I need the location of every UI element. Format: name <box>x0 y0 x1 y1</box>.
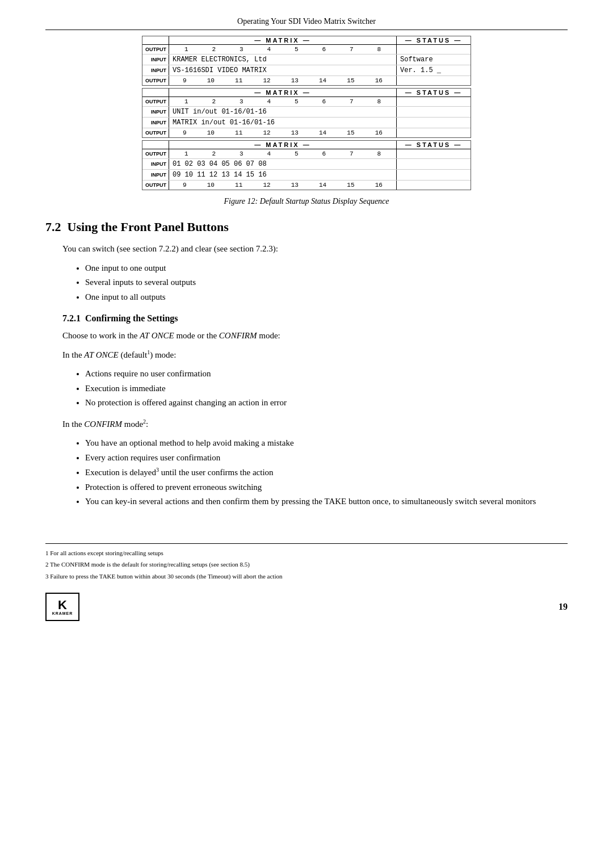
bullet-no-user-confirmation: Actions require no user confirmation <box>85 367 568 381</box>
panel3-input2-data: 09 10 11 12 13 14 15 16 <box>169 170 397 180</box>
p3-label-input1: INPUT <box>142 159 169 169</box>
panel1-matrix-label: — MATRIX — <box>169 36 397 44</box>
bullet-optional-method: You have an optional method to help avoi… <box>85 436 568 451</box>
panel1-row-input1: INPUT KRAMER ELECTRONICS, Ltd Software <box>142 54 471 65</box>
footer-divider: 1 For all actions except storing/recalli… <box>45 543 568 582</box>
panel1-status-label: — STATUS — <box>397 36 471 44</box>
panel2-input2-data: MATRIX in/out 01-16/01-16 <box>169 118 397 128</box>
at-once-bullets: Actions require no user confirmation Exe… <box>85 367 568 410</box>
panel2-status-top <box>397 97 471 106</box>
panel2-output-bot-nums: 910111213141516 <box>169 128 397 137</box>
panel2-output-top-nums: 12345678 <box>169 97 397 106</box>
matrix-panel-2: — MATRIX — — STATUS — OUTPUT 12345678 IN… <box>142 88 471 138</box>
panel2-status-1 <box>397 107 471 117</box>
section-721-number: 7.2.1 <box>62 313 81 323</box>
footnote-1: 1 For all actions except storing/recalli… <box>45 548 568 559</box>
panel3-output-top-nums: 12345678 <box>169 149 397 158</box>
label-input-2: INPUT <box>142 65 169 76</box>
panel3-status-1 <box>397 159 471 169</box>
label-output: OUTPUT <box>142 45 169 54</box>
p2-label-input2: INPUT <box>142 118 169 128</box>
panel1-output-top-nums: 12345678 <box>169 45 397 54</box>
confirm-label: CONFIRM <box>219 331 257 340</box>
bullet-protection-erroneous: Protection is offered to prevent erroneo… <box>85 480 568 495</box>
p3-label-input2: INPUT <box>142 170 169 180</box>
panel2-input1-data: UNIT in/out 01-16/01-16 <box>169 107 397 117</box>
panel3-row-input1: INPUT 01 02 03 04 05 06 07 08 <box>142 159 471 170</box>
panel1-row-input2: INPUT VS-1616SDI VIDEO MATRIX Ver. 1.5 _ <box>142 65 471 76</box>
at-once-intro-text: In the AT ONCE (default1) mode: <box>62 348 568 362</box>
panel2-status-label: — STATUS — <box>397 89 471 97</box>
footnote-3: 3 Failure to press the TAKE button withi… <box>45 572 568 582</box>
at-once-label: AT ONCE <box>140 331 174 340</box>
panel3-input1-data: 01 02 03 04 05 06 07 08 <box>169 159 397 169</box>
p2-label-output-b: OUTPUT <box>142 128 169 137</box>
page-footer: K KRAMER 19 <box>45 593 568 621</box>
panel1-input2-data: VS-1616SDI VIDEO MATRIX <box>169 65 397 76</box>
panel2-matrix-label: — MATRIX — <box>169 89 397 97</box>
panel2-row-input1: INPUT UNIT in/out 01-16/01-16 <box>142 107 471 118</box>
p3-label-output-b: OUTPUT <box>142 181 169 190</box>
panel3-row-input2: INPUT 09 10 11 12 13 14 15 16 <box>142 170 471 181</box>
panel1-input1-data: KRAMER ELECTRONICS, Ltd <box>169 54 397 65</box>
panel3-row-output-bottom: OUTPUT 910111213141516 <box>142 181 471 190</box>
p2-label-input1: INPUT <box>142 107 169 117</box>
panel1-status-line2: Ver. 1.5 _ <box>397 65 471 76</box>
page-header-title: Operating Your SDI Video Matrix Switcher <box>237 17 376 26</box>
panel3-header: — MATRIX — — STATUS — <box>142 141 471 149</box>
bullet-execution-delayed: Execution is delayed3 until the user con… <box>85 465 568 480</box>
panel1-status-line1: Software <box>397 54 471 65</box>
kramer-logo: K KRAMER <box>45 593 79 621</box>
panel1-output-bot-nums: 910111213141516 <box>169 76 397 85</box>
confirm-bullets: You have an optional method to help avoi… <box>85 436 568 509</box>
panel2-row-output-top: OUTPUT 12345678 <box>142 97 471 107</box>
panel3-matrix-label: — MATRIX — <box>169 141 397 149</box>
p2-label-output: OUTPUT <box>142 97 169 106</box>
panel1-status-bot <box>397 76 471 85</box>
section-72-bullets: One input to one output Several inputs t… <box>85 261 568 305</box>
section-721-title: Confirming the Settings <box>85 313 178 323</box>
panel2-status-bot <box>397 128 471 137</box>
panel1-header: — MATRIX — — STATUS — <box>142 36 471 45</box>
panel3-status-bot <box>397 181 471 190</box>
panel2-header: — MATRIX — — STATUS — <box>142 89 471 97</box>
label-output-b: OUTPUT <box>142 76 169 85</box>
bullet-every-action: Every action requires user confirmation <box>85 451 568 466</box>
matrix-panel-1: — MATRIX — — STATUS — OUTPUT 12345678 IN… <box>142 36 471 86</box>
bullet-execution-immediate: Execution is immediate <box>85 381 568 396</box>
bullet-key-in-actions: You can key-in several actions and then … <box>85 494 568 509</box>
panel3-status-2 <box>397 170 471 180</box>
bullet-no-protection: No protection is offered against changin… <box>85 396 568 410</box>
section-72-heading: 7.2 Using the Front Panel Buttons <box>45 220 568 234</box>
bullet-several-inputs-several-outputs: Several inputs to several outputs <box>85 275 568 290</box>
panel2-row-input2: INPUT MATRIX in/out 01-16/01-16 <box>142 118 471 128</box>
panel3-status-label: — STATUS — <box>397 141 471 149</box>
section-72-intro: You can switch (see section 7.2.2) and c… <box>62 242 568 255</box>
matrix-panel-3: — MATRIX — — STATUS — OUTPUT 12345678 IN… <box>142 140 471 190</box>
panel3-output-bot-nums: 910111213141516 <box>169 181 397 190</box>
section-72-title: Using the Front Panel Buttons <box>68 220 229 234</box>
p3-label-output: OUTPUT <box>142 149 169 158</box>
logo-kramer-text: KRAMER <box>52 611 73 615</box>
logo-k-letter: K <box>58 599 67 611</box>
section-72-number: 7.2 <box>45 220 61 234</box>
bullet-one-input-all-outputs: One input to all outputs <box>85 290 568 305</box>
panel1-row-output-top: OUTPUT 12345678 <box>142 45 471 54</box>
footnote-2: 2 The CONFIRM mode is the default for st… <box>45 560 568 570</box>
panel3-status-top <box>397 149 471 158</box>
panel1-row-output-bottom: OUTPUT 910111213141516 <box>142 76 471 85</box>
figure-container: — MATRIX — — STATUS — OUTPUT 12345678 IN… <box>45 36 568 206</box>
bullet-one-input-one-output: One input to one output <box>85 261 568 276</box>
section-721-intro: Choose to work in the AT ONCE mode or th… <box>62 329 568 342</box>
page-number: 19 <box>559 602 568 612</box>
confirm-intro-text: In the CONFIRM mode2: <box>62 417 568 431</box>
panel2-row-output-bottom: OUTPUT 910111213141516 <box>142 128 471 137</box>
panel2-status-2 <box>397 118 471 128</box>
figure-caption: Figure 12: Default Startup Status Displa… <box>224 197 389 206</box>
section-721-heading: 7.2.1 Confirming the Settings <box>62 313 568 324</box>
label-input: INPUT <box>142 54 169 65</box>
panel1-status-top <box>397 45 471 54</box>
panel3-row-output-top: OUTPUT 12345678 <box>142 149 471 159</box>
page-header: Operating Your SDI Video Matrix Switcher <box>45 17 568 30</box>
